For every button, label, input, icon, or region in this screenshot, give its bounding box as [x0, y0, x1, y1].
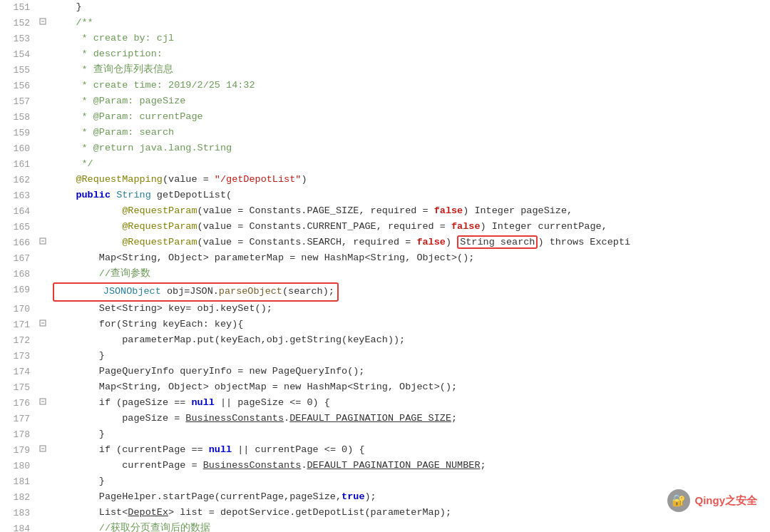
token: * 查询仓库列表信息 — [53, 64, 173, 75]
token: PageHelper.startPage(currentPage,pageSiz… — [53, 491, 342, 502]
fold-button — [37, 141, 48, 143]
code-line-content: * @Param: pageSize — [48, 94, 770, 109]
code-row: 165 @RequestParam(value = Constants.CURR… — [0, 220, 770, 235]
code-row: 180 currentPage = BusinessConstants.DEFA… — [0, 459, 770, 474]
code-row: 174 PageQueryInfo queryInfo = new PageQu… — [0, 364, 770, 380]
code-line-content: @RequestParam(value = Constants.PAGE_SIZ… — [48, 204, 770, 219]
line-number: 162 — [0, 173, 37, 188]
code-line-content: currentPage = BusinessConstants.DEFAULT_… — [48, 459, 770, 474]
code-line-content: * @Param: currentPage — [48, 110, 770, 125]
line-number: 160 — [0, 141, 37, 156]
token: "/getDepotList" — [215, 174, 302, 185]
code-line-content: @RequestParam(value = Constants.SEARCH, … — [48, 235, 770, 250]
fold-button[interactable] — [37, 396, 48, 409]
fold-button — [37, 506, 48, 507]
line-number: 176 — [0, 396, 37, 411]
token: (value = Constants.PAGE_SIZE, required = — [197, 205, 434, 216]
watermark-text: Qingy之安全 — [694, 494, 757, 508]
token: List< — [53, 507, 128, 518]
token: } — [53, 350, 105, 361]
line-number: 152 — [0, 16, 37, 31]
code-line-content: } — [48, 0, 770, 15]
fold-button — [37, 188, 48, 190]
line-number: 169 — [0, 282, 37, 297]
code-row: 158 * @Param: currentPage — [0, 110, 770, 126]
fold-button — [37, 0, 48, 1]
fold-button[interactable] — [37, 16, 48, 29]
token: || currentPage <= 0) { — [232, 444, 364, 455]
token: * create time: 2019/2/25 14:32 — [53, 80, 255, 91]
fold-button — [37, 302, 48, 303]
token: false — [451, 221, 481, 232]
token: if (pageSize == — [53, 397, 191, 408]
line-number: 170 — [0, 302, 37, 317]
token: String — [116, 190, 157, 200]
token: @RequestMapping — [53, 174, 163, 185]
token: throws Excepti — [544, 237, 631, 247]
code-line-content: PageHelper.startPage(currentPage,pageSiz… — [48, 490, 770, 505]
fold-button — [37, 94, 48, 96]
fold-button[interactable] — [37, 443, 48, 456]
code-line-content: if (currentPage == null || currentPage <… — [48, 443, 770, 458]
token: } — [53, 1, 82, 12]
code-line-content: } — [48, 427, 770, 442]
code-row: 152 /** — [0, 16, 770, 31]
token: PageQueryInfo queryInfo = new PageQueryI… — [53, 366, 364, 377]
token: false — [416, 237, 446, 247]
line-number: 181 — [0, 474, 37, 489]
code-line-content: //查询参数 — [48, 267, 770, 282]
line-number: 179 — [0, 443, 37, 458]
line-number: 156 — [0, 78, 37, 93]
line-number: 182 — [0, 490, 37, 505]
token: /** — [53, 17, 93, 28]
fold-button — [37, 349, 48, 350]
code-line-content: } — [48, 349, 770, 364]
code-row: 172 parameterMap.put(keyEach,obj.getStri… — [0, 333, 770, 349]
code-row: 161 */ — [0, 157, 770, 173]
code-line-content: */ — [48, 157, 770, 172]
token: * @Param: currentPage — [53, 111, 203, 122]
token: null — [191, 397, 214, 408]
code-row: 154 * description: — [0, 47, 770, 63]
token: * @return java.lang.String — [53, 143, 232, 153]
code-row: 164 @RequestParam(value = Constants.PAGE… — [0, 204, 770, 220]
code-lines: 151 }152 /**153 * create by: cjl154 * de… — [0, 0, 770, 532]
line-number: 164 — [0, 204, 37, 219]
token: @RequestParam — [53, 221, 197, 232]
code-line-content: /** — [48, 16, 770, 31]
token: * @Param: pageSize — [53, 96, 185, 106]
code-row: 153 * create by: cjl — [0, 31, 770, 47]
fold-button — [37, 333, 48, 334]
token: ) — [301, 174, 307, 185]
token: currentPage = — [53, 460, 203, 471]
code-row: 159 * @Param: search — [0, 126, 770, 141]
code-row: 151 } — [0, 0, 770, 16]
token: String search — [457, 235, 538, 249]
fold-button[interactable] — [37, 235, 48, 249]
code-row: 155 * 查询仓库列表信息 — [0, 63, 770, 78]
token: */ — [53, 158, 93, 169]
token: @RequestParam — [53, 237, 197, 247]
token: * @Param: search — [53, 127, 174, 138]
fold-button — [37, 282, 48, 284]
token: ); — [364, 491, 381, 502]
line-number: 178 — [0, 427, 37, 442]
fold-button — [37, 31, 48, 33]
line-number: 161 — [0, 157, 37, 172]
line-number: 183 — [0, 506, 37, 521]
token: ) Integer currentPage, — [481, 221, 607, 232]
token: for(String keyEach: key){ — [53, 319, 243, 329]
code-line-content: * create by: cjl — [48, 31, 770, 46]
line-number: 173 — [0, 349, 37, 364]
code-line-content: public String getDepotList( — [48, 188, 770, 203]
code-row: 163 public String getDepotList( — [0, 188, 770, 204]
code-line-content: if (pageSize == null || pageSize <= 0) { — [48, 396, 770, 411]
token: parameterMap.put(keyEach,obj.getString(k… — [53, 334, 405, 345]
fold-button[interactable] — [37, 317, 48, 331]
code-row: 160 * @return java.lang.String — [0, 141, 770, 157]
code-row: 168 //查询参数 — [0, 267, 770, 282]
code-line-content: pageSize = BusinessConstants.DEFAULT_PAG… — [48, 411, 770, 426]
code-row: 166 @RequestParam(value = Constants.SEAR… — [0, 235, 770, 251]
token: true — [342, 491, 364, 502]
token: (value = Constants.CURRENT_PAGE, require… — [197, 221, 451, 232]
